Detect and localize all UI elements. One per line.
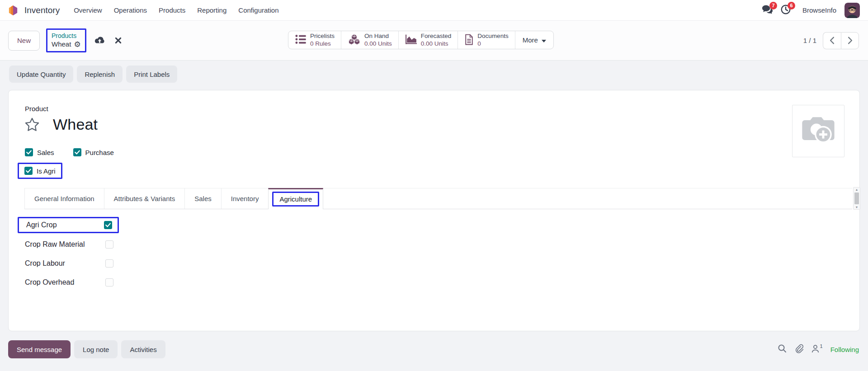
attach-files-button[interactable] [794, 344, 803, 355]
product-type-label: Product [25, 105, 48, 113]
agri-crop-label: Agri Crop [26, 221, 57, 229]
stat-button-forecasted[interactable]: Forecasted 0.00 Units [399, 31, 458, 49]
stat-value: 0 [477, 40, 481, 48]
scroll-up-icon[interactable]: ▲ [855, 188, 859, 191]
crop-raw-material-label: Crop Raw Material [25, 240, 85, 249]
print-labels-button[interactable]: Print Labels [126, 66, 177, 83]
following-button[interactable]: Following [830, 346, 859, 353]
inventory-app-icon[interactable] [8, 5, 18, 16]
activities-badge: 6 [788, 2, 795, 9]
log-note-button[interactable]: Log note [74, 340, 118, 358]
purchase-option[interactable]: Purchase [73, 148, 114, 156]
sales-option-label: Sales [37, 149, 54, 156]
menu-overview[interactable]: Overview [68, 4, 108, 17]
agri-crop-field[interactable]: Agri Crop [18, 217, 119, 233]
notebook-tabs: General Information Attributes & Variant… [24, 188, 852, 209]
product-form-sheet: Product Wheat Sales Purchase Is A [8, 90, 860, 331]
action-bar: Update Quantity Replenish Print Labels [9, 66, 177, 83]
new-button[interactable]: New [8, 31, 40, 51]
user-name[interactable]: BrowseInfo [802, 6, 836, 14]
sales-option[interactable]: Sales [25, 148, 54, 156]
breadcrumb-products-link[interactable]: Products [52, 32, 81, 40]
stat-button-on-hand[interactable]: On Hand 0.00 Units [341, 31, 399, 49]
sales-checkbox[interactable] [25, 148, 33, 156]
chatter-bar: Send message Log note Activities [0, 331, 868, 371]
activities-button[interactable]: 6 [779, 4, 793, 17]
cubes-icon [348, 33, 361, 47]
send-message-button[interactable]: Send message [8, 340, 71, 358]
agri-crop-checkbox[interactable] [104, 221, 112, 229]
area-chart-icon [405, 34, 417, 46]
crop-labour-field: Crop Labour [25, 259, 113, 268]
purchase-option-label: Purchase [85, 149, 114, 156]
tab-attributes-variants[interactable]: Attributes & Variants [104, 188, 185, 209]
stat-value: 0 Rules [310, 40, 331, 48]
more-button[interactable]: More [515, 31, 553, 49]
more-label: More [523, 36, 538, 44]
stat-button-pricelists[interactable]: Pricelists 0 Rules [288, 31, 341, 49]
crop-raw-material-field: Crop Raw Material [25, 240, 113, 249]
crop-labour-checkbox[interactable] [105, 259, 113, 268]
main-menu: Overview Operations Products Reporting C… [68, 4, 284, 17]
smart-button-group: Pricelists 0 Rules [288, 31, 554, 49]
discard-icon[interactable] [115, 37, 122, 44]
scroll-down-icon[interactable]: ▼ [855, 206, 859, 209]
crop-labour-label: Crop Labour [25, 259, 65, 268]
stat-label: Pricelists [310, 33, 335, 40]
tab-agriculture-label: Agriculture [272, 192, 319, 207]
search-icon [778, 344, 787, 355]
product-image-placeholder[interactable] [792, 105, 844, 157]
menu-configuration[interactable]: Configuration [232, 4, 284, 17]
breadcrumb-current: Wheat [52, 40, 71, 49]
paperclip-icon [794, 344, 803, 355]
save-cloud-icon[interactable] [94, 36, 106, 45]
user-avatar[interactable] [844, 3, 860, 18]
replenish-button[interactable]: Replenish [77, 66, 123, 83]
document-icon [464, 34, 474, 47]
stat-label: Forecasted [421, 33, 452, 40]
list-icon [295, 33, 307, 47]
stat-label: Documents [477, 33, 508, 40]
crop-overhead-checkbox[interactable] [105, 278, 113, 286]
followers-count: 1 [820, 343, 823, 349]
follower-person-icon [811, 344, 820, 355]
tab-general-information[interactable]: General Information [24, 188, 104, 209]
crop-overhead-label: Crop Overhead [25, 278, 74, 286]
stat-button-documents[interactable]: Documents 0 [458, 31, 515, 49]
control-panel: New Products Wheat ⚙ [0, 21, 868, 61]
breadcrumb: Products Wheat ⚙ [46, 28, 86, 52]
search-messages-button[interactable] [778, 344, 787, 355]
is-agri-checkbox[interactable] [24, 167, 33, 175]
crop-raw-material-checkbox[interactable] [105, 240, 113, 249]
messages-badge: 7 [769, 2, 777, 9]
activities-button-chatter[interactable]: Activities [121, 340, 165, 358]
pager-count: 1 / 1 [803, 37, 816, 44]
vertical-scrollbar[interactable]: ▲ ▼ [853, 187, 860, 210]
tab-sales[interactable]: Sales [184, 188, 221, 209]
menu-operations[interactable]: Operations [108, 4, 153, 17]
scrollbar-thumb[interactable] [854, 193, 859, 204]
update-quantity-button[interactable]: Update Quantity [9, 66, 73, 83]
stat-label: On Hand [364, 33, 389, 40]
stat-value: 0.00 Units [364, 40, 392, 48]
menu-products[interactable]: Products [153, 4, 191, 17]
is-agri-option[interactable]: Is Agri [18, 163, 62, 179]
pager-next-button[interactable] [841, 32, 859, 49]
is-agri-option-label: Is Agri [37, 167, 56, 175]
menu-reporting[interactable]: Reporting [191, 4, 232, 17]
tab-agriculture[interactable]: Agriculture [268, 188, 323, 209]
camera-add-icon [798, 113, 838, 149]
messages-button[interactable]: 7 [761, 4, 774, 17]
stat-value: 0.00 Units [421, 40, 448, 48]
favorite-star-icon[interactable] [24, 117, 40, 133]
crop-overhead-field: Crop Overhead [25, 278, 113, 286]
followers-button[interactable]: 1 [811, 344, 823, 355]
app-title[interactable]: Inventory [24, 5, 60, 15]
purchase-checkbox[interactable] [73, 148, 81, 156]
tab-inventory[interactable]: Inventory [221, 188, 269, 209]
product-name[interactable]: Wheat [53, 116, 98, 133]
gear-icon[interactable]: ⚙ [74, 41, 80, 48]
agriculture-tab-content: Agri Crop Crop Raw Material Crop Labour … [25, 217, 119, 297]
pager-previous-button[interactable] [823, 32, 841, 49]
caret-down-icon [542, 36, 546, 44]
